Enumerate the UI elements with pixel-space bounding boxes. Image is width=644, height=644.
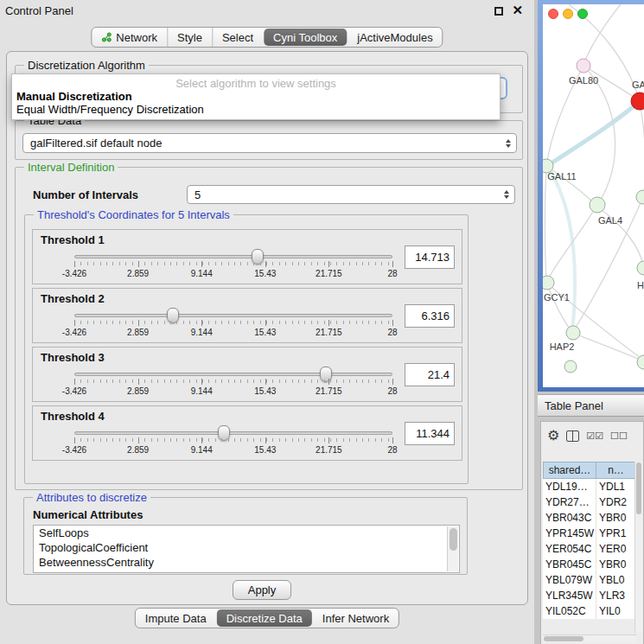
slider-track[interactable] (74, 255, 392, 258)
table-row[interactable]: YBR043C YBR0 (543, 510, 636, 526)
float-window-icon[interactable] (494, 7, 503, 16)
column-header-name[interactable]: n… (596, 462, 636, 479)
node-label: H (637, 280, 644, 290)
table-cell[interactable]: YDR2 (596, 494, 636, 510)
list-scrollbar[interactable] (447, 526, 458, 571)
tab-select[interactable]: Select (212, 28, 263, 47)
apply-button[interactable]: Apply (233, 580, 291, 600)
cyni-toolbox-panel: Discretization Algorithm Select algorith… (6, 51, 528, 605)
slider-ticks (74, 438, 392, 442)
tab-infer-network[interactable]: Infer Network (313, 609, 399, 628)
table-cell[interactable]: YIL0 (596, 603, 636, 619)
list-item[interactable]: SelfLoops (34, 526, 459, 540)
tab-jactivemodules[interactable]: jActiveModules (348, 28, 442, 47)
deselect-all-icon[interactable]: ☐☐ (610, 431, 628, 441)
slider-track[interactable] (74, 373, 392, 376)
dropdown-option-equal-width[interactable]: Equal Width/Frequency Discretization (12, 103, 500, 116)
tab-network[interactable]: Network (92, 28, 167, 47)
table-data-combobox[interactable]: galFiltered.sif default node (22, 133, 517, 153)
table-cell[interactable]: YLR345W (543, 588, 596, 603)
table-cell[interactable]: YBR0 (596, 557, 636, 572)
table-row[interactable]: YER054C YER0 (543, 541, 636, 557)
scale-label: 9.144 (191, 445, 213, 455)
scrollbar-thumb[interactable] (544, 636, 583, 641)
threshold-value-input-3[interactable] (405, 363, 455, 386)
table-cell[interactable]: YER054C (543, 541, 596, 557)
select-all-icon[interactable]: ☑☑ (586, 431, 603, 441)
table-cell[interactable]: YBL079W (543, 572, 596, 588)
network-node[interactable] (637, 261, 644, 275)
threshold-slider-1[interactable]: -3.426 2.859 9.144 15.43 21.715 28 (74, 247, 392, 284)
slider-track[interactable] (74, 314, 392, 317)
minimize-traffic-icon[interactable] (563, 9, 573, 19)
bottom-tab-bar: Impute Data Discretize Data Infer Networ… (135, 608, 399, 628)
threshold-slider-2[interactable]: -3.426 2.859 9.144 15.43 21.715 28 (74, 306, 392, 342)
table-row[interactable]: YLR345W YLR3 (543, 588, 636, 603)
network-node-selected[interactable] (631, 92, 644, 110)
column-header-shared-name[interactable]: shared… (543, 462, 596, 479)
dropdown-option-manual-discretization[interactable]: Manual Discretization (12, 90, 500, 103)
tab-impute-data[interactable]: Impute Data (136, 609, 216, 628)
table-cell[interactable]: YER0 (596, 541, 636, 557)
table-row[interactable]: YPR145W YPR1 (543, 526, 636, 541)
threshold-value-input-2[interactable] (405, 304, 455, 328)
combo-arrows-icon (506, 139, 511, 148)
list-item[interactable]: BetweennessCentrality (34, 555, 459, 570)
num-intervals-value: 5 (194, 188, 201, 201)
table-cell[interactable]: YBL0 (596, 572, 636, 588)
table-cell[interactable]: YIL052C (543, 603, 596, 619)
table-row[interactable]: YDR27… YDR2 (543, 494, 636, 510)
table-cell[interactable]: YLR3 (596, 588, 636, 603)
node-label: GAL80 (569, 75, 598, 86)
threshold-label: Threshold 1 (41, 233, 105, 246)
num-intervals-combobox[interactable]: 5 (187, 185, 515, 204)
table-cell[interactable]: YBR043C (543, 510, 596, 526)
network-edge-highlight (547, 166, 575, 332)
scale-label: 28 (387, 328, 397, 337)
threshold-slider-3[interactable]: -3.426 2.859 9.144 15.43 21.715 28 (74, 365, 392, 401)
network-node[interactable] (566, 326, 580, 340)
network-node[interactable] (577, 59, 590, 73)
tab-label: Network (116, 31, 157, 44)
table-cell[interactable]: YPR145W (543, 526, 596, 541)
slider-track[interactable] (74, 431, 392, 435)
close-icon[interactable]: ✕ (512, 3, 523, 17)
table-cell[interactable]: YDL1 (596, 479, 636, 494)
thresholds-group: Threshold's Coordinates for 5 Intervals … (24, 214, 469, 484)
table-row[interactable]: YBL079W YBL0 (543, 572, 636, 588)
network-canvas[interactable]: GAL80 GAL11 GAL4 GCY1 HAP2 GA H (543, 4, 644, 387)
threshold-value-input-1[interactable] (405, 245, 455, 269)
numerical-attributes-list[interactable]: SelfLoops TopologicalCoefficient Between… (33, 525, 460, 573)
table-row[interactable]: YIL052C YIL0 (543, 603, 636, 619)
scrollbar-thumb[interactable] (450, 528, 457, 551)
tab-discretize-data[interactable]: Discretize Data (217, 609, 312, 627)
tab-style[interactable]: Style (167, 28, 212, 47)
close-traffic-icon[interactable] (548, 9, 558, 19)
table-cell[interactable]: YBR0 (596, 510, 636, 526)
network-node[interactable] (637, 355, 644, 369)
table-cell[interactable]: YDR27… (543, 494, 596, 510)
scrollbar-thumb[interactable] (636, 462, 641, 514)
network-nodes (543, 59, 644, 373)
table-horizontal-scrollbar[interactable] (543, 634, 636, 642)
num-intervals-label: Number of Intervals (33, 188, 138, 201)
node-label: GAL11 (547, 171, 576, 182)
zoom-traffic-icon[interactable] (577, 9, 588, 19)
table-row[interactable]: YBR045C YBR0 (543, 557, 636, 572)
network-node[interactable] (543, 276, 554, 290)
network-node[interactable] (636, 190, 644, 204)
threshold-slider-4[interactable]: -3.426 2.859 9.144 15.43 21.715 28 (74, 424, 392, 460)
table-cell[interactable]: YPR1 (596, 526, 636, 541)
tab-cyni-toolbox[interactable]: Cyni Toolbox (264, 29, 347, 46)
network-node[interactable] (564, 360, 577, 373)
threshold-value-input-4[interactable] (405, 422, 455, 445)
tab-label: Cyni Toolbox (273, 31, 337, 44)
list-item[interactable]: TopologicalCoefficient (34, 540, 459, 555)
table-cell[interactable]: YDL19… (543, 479, 596, 494)
gear-icon[interactable]: ⚙ (547, 429, 559, 443)
columns-icon[interactable] (566, 430, 579, 442)
table-vertical-scrollbar[interactable] (634, 462, 642, 633)
table-row[interactable]: YDL19… YDL1 (543, 479, 636, 494)
table-cell[interactable]: YBR045C (543, 557, 596, 572)
network-node[interactable] (590, 197, 605, 213)
